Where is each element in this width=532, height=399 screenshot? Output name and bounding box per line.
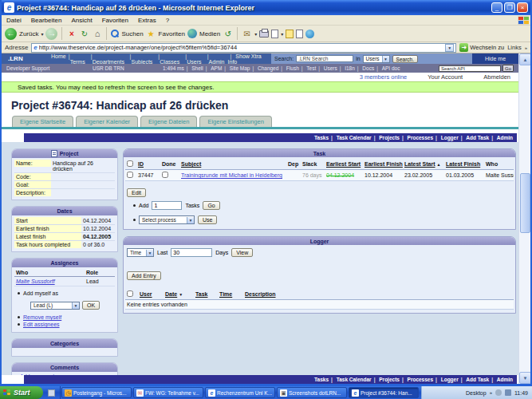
view-button[interactable]: View bbox=[231, 248, 253, 257]
print-icon[interactable] bbox=[259, 30, 269, 38]
go-button[interactable]: ➜ Wechseln zu bbox=[459, 43, 504, 52]
search-icon[interactable] bbox=[111, 30, 119, 38]
action-logger[interactable]: Logger bbox=[433, 377, 459, 382]
taskbar-button-project-active[interactable]: e Project #36744: Han... bbox=[349, 387, 419, 398]
home-icon[interactable]: ⌂ bbox=[92, 29, 102, 39]
task-done-checkbox[interactable] bbox=[162, 172, 168, 178]
lrn-logo[interactable]: .LRN bbox=[2, 55, 51, 62]
history-icon[interactable]: ↺ bbox=[223, 29, 233, 39]
ok-button[interactable]: OK bbox=[82, 301, 100, 310]
nav-subjects[interactable]: Subjects bbox=[128, 53, 156, 65]
menu-datei[interactable]: Datei bbox=[2, 17, 26, 24]
links-toolbar[interactable]: Links bbox=[507, 44, 522, 51]
tab-eigener-kalender[interactable]: Eigener Kalender bbox=[76, 116, 138, 127]
dev-docs[interactable]: Docs bbox=[355, 65, 374, 71]
dev-users[interactable]: Users bbox=[316, 65, 337, 71]
desktop-toolbar-label[interactable]: Desktop bbox=[466, 390, 487, 396]
menu-bearbeiten[interactable]: Bearbeiten bbox=[26, 17, 67, 24]
back-label[interactable]: Zurück bbox=[19, 30, 38, 38]
add-go-button[interactable]: Go bbox=[203, 201, 219, 210]
dev-i18n[interactable]: I18n bbox=[337, 65, 355, 71]
desktop-chevron-icon[interactable]: » bbox=[490, 390, 492, 395]
logger-select-all-checkbox[interactable] bbox=[127, 290, 133, 297]
assignee-name-link[interactable]: Malte Sussdorff bbox=[16, 279, 86, 284]
action-processes[interactable]: Processes bbox=[400, 377, 433, 382]
action-admin[interactable]: Admin bbox=[489, 135, 513, 140]
nav-departments[interactable]: Departments bbox=[89, 53, 128, 65]
tab-eigene-startseite[interactable]: Eigene Startseite bbox=[12, 116, 73, 127]
tab-eigene-einstellungen[interactable]: Eigene Einstellungen bbox=[199, 116, 271, 127]
maximize-button[interactable]: ❐ bbox=[504, 2, 515, 13]
col-earliest-finish[interactable]: Earliest Finish bbox=[365, 161, 403, 167]
dev-flush[interactable]: Flush bbox=[278, 65, 298, 71]
search-scope-select[interactable]: Users ▼ bbox=[363, 55, 390, 63]
col-user[interactable]: User bbox=[140, 291, 152, 297]
nav-terms[interactable]: Terms bbox=[66, 53, 89, 65]
quick-launch-icon[interactable] bbox=[48, 389, 55, 397]
favorites-icon[interactable]: ★ bbox=[146, 29, 156, 39]
dev-test[interactable]: Test bbox=[299, 65, 316, 71]
action-projects[interactable]: Projects bbox=[372, 377, 400, 382]
col-subject[interactable]: Subject bbox=[181, 161, 201, 167]
scroll-up-icon[interactable]: ▲ bbox=[519, 53, 530, 65]
menu-favoriten[interactable]: Favoriten bbox=[97, 17, 133, 24]
api-search-input[interactable] bbox=[439, 65, 501, 72]
action-projects[interactable]: Projects bbox=[372, 135, 400, 140]
media-label[interactable]: Medien bbox=[199, 30, 220, 38]
menu-ansicht[interactable]: Ansicht bbox=[66, 17, 97, 24]
nav-show-xtra-info[interactable]: Show Xtra Info bbox=[228, 53, 271, 65]
media-icon[interactable] bbox=[187, 29, 197, 38]
logger-mode-select[interactable]: Time ▼ bbox=[127, 248, 154, 257]
action-task-calendar[interactable]: Task Calendar bbox=[329, 135, 372, 140]
members-online-link[interactable]: 3 members online bbox=[360, 73, 408, 81]
nav-admin[interactable]: Admin bbox=[205, 53, 228, 65]
tab-eigene-dateien[interactable]: Eigene Dateien bbox=[140, 116, 197, 127]
dev-shell[interactable]: Shell bbox=[184, 65, 203, 71]
discuss-icon[interactable] bbox=[286, 30, 294, 38]
action-tasks[interactable]: Tasks bbox=[314, 135, 329, 140]
favorites-label[interactable]: Favoriten bbox=[159, 30, 185, 38]
nav-users[interactable]: Users bbox=[183, 53, 204, 65]
dev-apm[interactable]: APM bbox=[203, 65, 223, 71]
messenger-icon[interactable] bbox=[305, 30, 314, 38]
forward-icon[interactable]: → bbox=[45, 28, 57, 40]
refresh-icon[interactable]: ↻ bbox=[79, 29, 89, 39]
use-button[interactable]: Use bbox=[198, 215, 217, 224]
db-label[interactable]: USR DB TRN bbox=[93, 65, 163, 71]
edit-dropdown-icon[interactable]: ▾ bbox=[281, 31, 283, 37]
col-id[interactable]: ID bbox=[138, 161, 144, 167]
minimize-button[interactable]: _ bbox=[491, 2, 502, 13]
address-dropdown-icon[interactable]: ▼ bbox=[445, 44, 454, 52]
close-button[interactable]: × bbox=[517, 2, 528, 13]
your-account-link[interactable]: Your Account bbox=[428, 73, 463, 81]
action-task-calendar[interactable]: Task Calendar bbox=[329, 377, 372, 382]
col-time[interactable]: Time bbox=[219, 291, 232, 297]
stop-icon[interactable]: × bbox=[66, 29, 77, 39]
select-all-checkbox[interactable] bbox=[127, 160, 133, 167]
scrollbar-thumb[interactable] bbox=[520, 173, 530, 233]
api-go-button[interactable]: Go bbox=[502, 65, 514, 72]
col-description[interactable]: Description bbox=[245, 291, 276, 297]
developer-support-label[interactable]: Developer Support bbox=[6, 65, 93, 71]
window-titlebar[interactable]: e Project #36744: Handicap auf 26 drücke… bbox=[2, 0, 530, 15]
lrn-search-input[interactable] bbox=[296, 55, 353, 62]
hide-me-link[interactable]: Hide me bbox=[472, 53, 518, 64]
task-subject-link[interactable]: Trainingsrunde mit Michael in Heidelberg bbox=[181, 172, 282, 178]
task-row-checkbox[interactable] bbox=[127, 172, 133, 178]
links-chevron-icon[interactable]: » bbox=[525, 45, 527, 50]
col-latest-finish[interactable]: Latest Finish bbox=[446, 161, 480, 167]
process-select[interactable]: Select process ▼ bbox=[139, 215, 195, 224]
tool-doc-icon[interactable] bbox=[296, 30, 303, 38]
remove-myself-link[interactable]: Remove myself bbox=[23, 314, 61, 320]
mail-icon[interactable]: ✉ bbox=[242, 29, 252, 39]
dev-apidoc[interactable]: API doc bbox=[374, 65, 400, 71]
last-days-input[interactable] bbox=[171, 248, 212, 257]
address-input[interactable] bbox=[39, 44, 444, 51]
nav-classes[interactable]: Classes bbox=[156, 53, 183, 65]
action-tasks[interactable]: Tasks bbox=[314, 377, 329, 382]
back-dropdown-icon[interactable]: ▾ bbox=[41, 31, 43, 37]
col-task[interactable]: Task bbox=[195, 291, 207, 297]
tray-icon-network[interactable] bbox=[505, 389, 511, 396]
taskbar-button-mail[interactable]: ✉ FW: WG: Teilnahme v... bbox=[133, 387, 203, 398]
nav-home[interactable]: Home bbox=[51, 53, 66, 65]
